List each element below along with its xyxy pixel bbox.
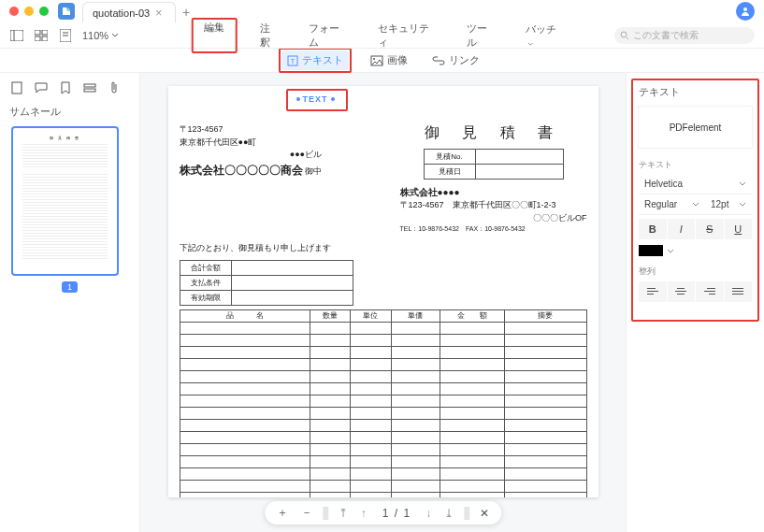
text-color-picker[interactable] xyxy=(639,245,752,256)
next-page-button[interactable]: ↓ xyxy=(423,507,434,520)
table-row xyxy=(180,492,586,497)
table-row xyxy=(180,480,586,492)
table-row xyxy=(180,370,586,382)
tab-title: quotation-03 xyxy=(93,7,150,19)
align-justify-button[interactable] xyxy=(725,281,753,302)
tab-form[interactable]: フォーム xyxy=(303,20,355,51)
last-page-button[interactable]: ⤓ xyxy=(441,507,456,520)
align-center-button[interactable] xyxy=(668,281,697,302)
selected-text-object[interactable]: TEXT xyxy=(299,93,332,105)
strikethrough-button[interactable]: S xyxy=(696,219,725,239)
underline-button[interactable]: U xyxy=(725,219,753,239)
notice-text: 下記のとおり、御見積もり申し上げます xyxy=(180,242,587,254)
menu-bar: 110% 編集 注釈 フォーム セキュリティ ツール バッチ この文書で検索 xyxy=(0,22,764,49)
svg-line-11 xyxy=(627,37,628,39)
bookmark-tab-icon[interactable] xyxy=(58,80,73,95)
zoom-dropdown[interactable]: 110% xyxy=(82,30,119,41)
table-header-row: 品 名 数量 単位 単価 金 額 摘要 xyxy=(180,309,586,322)
fields-tab-icon[interactable] xyxy=(82,80,97,95)
page-indicator: 1 / 1 xyxy=(377,507,415,520)
sender-suffix: 御中 xyxy=(305,166,322,176)
highlight-box: T テキスト xyxy=(279,48,352,73)
close-window-icon[interactable] xyxy=(9,7,19,16)
bold-button[interactable]: B xyxy=(639,219,668,239)
thumbnail-list: 御 見 積 書 1 xyxy=(0,126,139,293)
chevron-down-icon xyxy=(527,42,534,46)
svg-rect-16 xyxy=(12,82,22,93)
thumbnails-tab-icon[interactable] xyxy=(9,80,24,95)
italic-button[interactable]: I xyxy=(668,219,697,239)
main-tabs: 編集 注釈 フォーム セキュリティ ツール バッチ xyxy=(191,22,573,48)
attachment-tab-icon[interactable] xyxy=(107,80,122,95)
page-thumbnail[interactable]: 御 見 積 書 xyxy=(11,126,119,276)
table-row xyxy=(180,419,586,431)
font-family-select[interactable]: Helvetica xyxy=(639,174,752,194)
sidebar-title: サムネール xyxy=(0,103,139,126)
zoom-in-button[interactable]: ＋ xyxy=(274,505,291,521)
add-link-button[interactable]: リンク xyxy=(426,50,485,70)
sidebar-toggle-icon[interactable] xyxy=(9,28,24,43)
recipient-address: 東京都千代田区〇〇町1-2-3 xyxy=(453,200,556,209)
alignment-buttons xyxy=(639,281,752,302)
search-field[interactable]: この文書で検索 xyxy=(614,27,755,44)
first-page-button[interactable]: ⤒ xyxy=(336,507,351,520)
svg-rect-5 xyxy=(35,36,40,41)
chevron-down-icon xyxy=(111,33,119,37)
font-weight-select[interactable]: Regular xyxy=(639,194,705,215)
tab-batch[interactable]: バッチ xyxy=(520,21,573,50)
left-sidebar: サムネール 御 見 積 書 1 xyxy=(0,73,140,532)
tab-security[interactable]: セキュリティ xyxy=(372,20,445,51)
document-viewport[interactable]: TEXT 〒123-4567 東京都千代田区●●町 ●●●ビル 株式会社〇〇〇〇… xyxy=(140,73,626,532)
document-tabs: quotation-03 × + xyxy=(82,0,196,22)
table-row xyxy=(180,467,586,480)
recipient-company: 株式会社●●●● xyxy=(400,185,587,199)
zoom-out-button[interactable]: － xyxy=(298,505,315,521)
summary-table: 合計金額 支払条件 有効期限 xyxy=(180,260,353,306)
table-row xyxy=(180,322,586,334)
sender-postal: 〒123-4567 xyxy=(180,123,323,137)
svg-rect-18 xyxy=(84,89,95,92)
svg-point-15 xyxy=(373,58,375,60)
account-avatar-icon[interactable] xyxy=(736,2,755,21)
table-row xyxy=(180,382,586,395)
sender-building: ●●●ビル xyxy=(180,149,323,162)
window-controls xyxy=(9,7,49,16)
sender-address: 東京都千代田区●●町 xyxy=(180,137,323,150)
svg-rect-3 xyxy=(35,30,40,35)
sidebar-view-tabs xyxy=(0,73,139,103)
add-image-label: 画像 xyxy=(387,53,408,67)
color-swatch xyxy=(639,245,663,256)
section-label-text: テキスト xyxy=(639,159,752,171)
close-navigator-button[interactable]: ✕ xyxy=(477,507,492,520)
font-size-select[interactable]: 12pt xyxy=(705,194,752,215)
table-row xyxy=(180,358,586,370)
table-row xyxy=(180,395,586,407)
tab-comment[interactable]: 注釈 xyxy=(254,20,286,51)
comments-tab-icon[interactable] xyxy=(34,80,49,95)
thumbnail-preview: 御 見 積 書 xyxy=(19,134,111,268)
app-logo-icon xyxy=(58,3,75,20)
tab-edit[interactable]: 編集 xyxy=(198,20,224,48)
prev-page-button[interactable]: ↑ xyxy=(358,507,369,520)
align-right-button[interactable] xyxy=(696,281,725,302)
chevron-down-icon xyxy=(739,181,746,186)
add-image-button[interactable]: 画像 xyxy=(365,50,413,70)
thumbnails-view-icon[interactable] xyxy=(34,28,49,43)
recipient-postal: 〒123-4567 xyxy=(400,200,444,209)
add-text-button[interactable]: T テキスト xyxy=(281,50,349,70)
svg-rect-6 xyxy=(42,36,48,41)
tab-tool[interactable]: ツール xyxy=(461,20,503,51)
recipient-tel: TEL：10-9876-5432 FAX：10-9876-5432 xyxy=(400,224,587,235)
recipient-building: 〇〇〇ビルOF xyxy=(400,212,587,225)
highlight-box: 編集 xyxy=(191,18,238,53)
text-icon: T xyxy=(287,55,298,66)
close-tab-icon[interactable]: × xyxy=(155,7,162,20)
document-page[interactable]: TEXT 〒123-4567 東京都千代田区●●町 ●●●ビル 株式会社〇〇〇〇… xyxy=(168,86,598,497)
table-row xyxy=(180,407,586,419)
sender-company: 株式会社〇〇〇〇〇商会 xyxy=(180,164,303,177)
page-view-icon[interactable] xyxy=(58,28,73,43)
align-left-button[interactable] xyxy=(639,281,668,302)
minimize-window-icon[interactable] xyxy=(24,7,34,16)
fullscreen-window-icon[interactable] xyxy=(39,7,49,16)
document-tab[interactable]: quotation-03 × xyxy=(82,2,176,22)
